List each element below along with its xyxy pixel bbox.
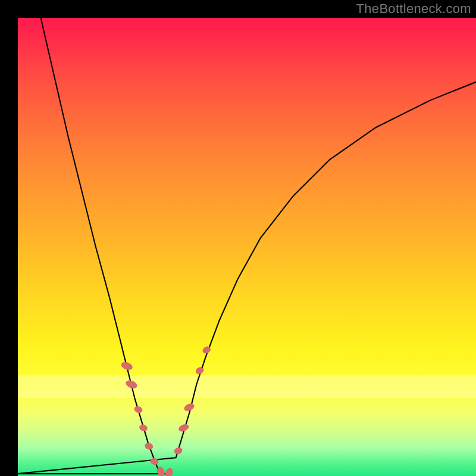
marker-point: [149, 457, 159, 465]
marker-point: [164, 467, 174, 476]
marker-point: [139, 424, 149, 433]
marker-point: [133, 405, 143, 414]
watermark-text: TheBottleneck.com: [356, 1, 471, 17]
marker-point: [144, 442, 154, 450]
marker-point: [173, 446, 183, 455]
chart-svg: [18, 18, 476, 476]
marker-group: [120, 345, 212, 476]
marker-point: [183, 402, 196, 412]
curve-right: [18, 82, 476, 474]
curve-left: [41, 18, 160, 474]
marker-point: [195, 366, 205, 375]
chart-frame: TheBottleneck.com: [0, 0, 476, 476]
marker-point: [120, 361, 134, 371]
marker-point: [125, 379, 139, 390]
plot-area: [18, 18, 476, 476]
